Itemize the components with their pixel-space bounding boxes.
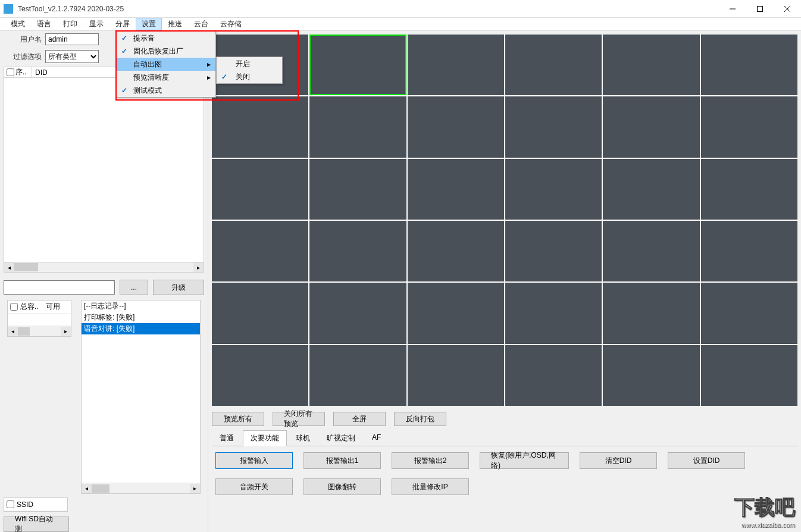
audio-switch-button[interactable]: 音频开关 <box>215 478 293 495</box>
menu-cloud[interactable]: 云存储 <box>214 18 248 30</box>
video-cell[interactable] <box>408 96 504 157</box>
video-cell[interactable] <box>603 283 699 343</box>
video-cell[interactable] <box>309 159 406 220</box>
video-cell[interactable] <box>701 345 797 406</box>
log-line-selected[interactable]: 语音对讲: [失败] <box>82 323 200 334</box>
minimize-button[interactable] <box>719 0 746 18</box>
close-button[interactable] <box>774 0 801 18</box>
dropdown-label: 提示音 <box>133 33 155 43</box>
video-cell[interactable] <box>309 345 406 406</box>
file-path-input[interactable] <box>4 280 115 295</box>
video-cell[interactable] <box>408 283 504 343</box>
menu-split[interactable]: 分屏 <box>109 18 136 30</box>
video-cell[interactable] <box>212 96 308 157</box>
clear-did-button[interactable]: 清空DID <box>580 452 657 469</box>
device-list[interactable] <box>4 78 204 262</box>
upgrade-button[interactable]: 升级 <box>153 280 204 295</box>
alarm-out1-button[interactable]: 报警输出1 <box>303 452 381 469</box>
right-panel: 预览所有 关闭所有预览 全屏 反向打包 普通 次要功能 球机 旷视定制 AF 报… <box>208 31 801 532</box>
video-cell[interactable] <box>309 283 406 343</box>
wifi-sd-button[interactable]: Wifi SD自动测 <box>4 517 69 532</box>
video-cell[interactable] <box>603 35 699 95</box>
tab-megvii[interactable]: 旷视定制 <box>319 430 363 446</box>
username-input[interactable] <box>45 33 99 45</box>
scroll-right-icon[interactable]: ▸ <box>61 327 71 336</box>
submenu-on[interactable]: 开启 <box>217 57 282 70</box>
tab-general[interactable]: 普通 <box>212 430 242 446</box>
maximize-button[interactable] <box>746 0 774 18</box>
video-cell[interactable] <box>603 345 699 406</box>
video-cell[interactable] <box>505 283 602 343</box>
video-cell[interactable] <box>212 221 308 281</box>
fullscreen-button[interactable]: 全屏 <box>333 412 386 426</box>
capacity-checkbox[interactable] <box>10 303 18 311</box>
video-cell[interactable] <box>701 159 797 220</box>
alarm-out2-button[interactable]: 报警输出2 <box>392 452 469 469</box>
video-cell[interactable] <box>505 159 602 220</box>
select-all-checkbox[interactable] <box>7 68 14 76</box>
close-all-preview-button[interactable]: 关闭所有预览 <box>273 412 325 426</box>
preview-all-button[interactable]: 预览所有 <box>212 412 264 426</box>
video-cell[interactable] <box>603 96 699 157</box>
list-scrollbar[interactable]: ◂ ▸ <box>4 262 204 273</box>
video-cell-active[interactable] <box>309 35 406 95</box>
scroll-thumb[interactable] <box>18 327 30 336</box>
dropdown-label: 固化后恢复出厂 <box>133 46 183 57</box>
dropdown-autodraw[interactable]: 自动出图 ▸ <box>117 58 215 71</box>
video-cell[interactable] <box>408 159 504 220</box>
menu-ptz[interactable]: 云台 <box>188 18 214 30</box>
browse-button[interactable]: ... <box>120 280 148 295</box>
video-cell[interactable] <box>603 221 699 281</box>
scroll-left-icon[interactable]: ◂ <box>82 484 92 493</box>
video-cell[interactable] <box>701 221 797 281</box>
alarm-in-button[interactable]: 报警输入 <box>215 452 293 469</box>
video-cell[interactable] <box>701 35 797 95</box>
scroll-thumb[interactable] <box>92 484 109 493</box>
batch-ip-button[interactable]: 批量修改IP <box>392 478 469 495</box>
scroll-thumb[interactable] <box>14 263 38 271</box>
ssid-checkbox[interactable] <box>7 500 14 508</box>
video-cell[interactable] <box>505 221 602 281</box>
menu-display[interactable]: 显示 <box>83 18 109 30</box>
set-did-button[interactable]: 设置DID <box>668 452 745 469</box>
video-cell[interactable] <box>701 283 797 343</box>
image-flip-button[interactable]: 图像翻转 <box>303 478 381 495</box>
video-cell[interactable] <box>309 96 406 157</box>
scroll-left-icon[interactable]: ◂ <box>4 262 14 272</box>
video-cell[interactable] <box>408 221 504 281</box>
scroll-right-icon[interactable]: ▸ <box>190 484 200 493</box>
tab-dome[interactable]: 球机 <box>288 430 318 446</box>
video-cell[interactable] <box>505 345 602 406</box>
dropdown-factory[interactable]: ✓ 固化后恢复出厂 <box>117 45 215 58</box>
video-cell[interactable] <box>212 159 308 220</box>
dropdown-preview-res[interactable]: 预览清晰度 ▸ <box>117 71 215 84</box>
capacity-total-label: 总容.. <box>20 302 39 312</box>
video-cell[interactable] <box>212 283 308 343</box>
video-cell[interactable] <box>505 96 602 157</box>
video-cell[interactable] <box>408 35 504 95</box>
menu-print[interactable]: 打印 <box>57 18 83 30</box>
tab-af[interactable]: AF <box>364 430 389 446</box>
video-cell[interactable] <box>603 159 699 220</box>
submenu-off[interactable]: ✓ 关闭 <box>217 70 282 83</box>
dropdown-testmode[interactable]: ✓ 测试模式 <box>117 84 215 97</box>
filter-select[interactable]: 所有类型 <box>45 50 99 63</box>
video-cell[interactable] <box>408 345 504 406</box>
scroll-right-icon[interactable]: ▸ <box>193 262 204 272</box>
dropdown-sound[interactable]: ✓ 提示音 <box>117 32 215 45</box>
menubar: 模式 语言 打印 显示 分屏 设置 推送 云台 云存储 <box>0 18 801 31</box>
scroll-left-icon[interactable]: ◂ <box>8 327 18 336</box>
video-cell[interactable] <box>701 96 797 157</box>
menu-push[interactable]: 推送 <box>162 18 188 30</box>
restore-button[interactable]: 恢复(除用户,OSD,网络) <box>480 452 569 469</box>
menu-settings[interactable]: 设置 <box>136 18 162 30</box>
tab-secondary[interactable]: 次要功能 <box>243 430 287 446</box>
reverse-pack-button[interactable]: 反向打包 <box>394 412 446 426</box>
check-icon: ✓ <box>121 34 127 42</box>
menu-mode[interactable]: 模式 <box>5 18 31 30</box>
video-cell[interactable] <box>212 345 308 406</box>
menu-language[interactable]: 语言 <box>31 18 57 30</box>
video-cell[interactable] <box>309 221 406 281</box>
ssid-panel: SSID <box>4 497 68 512</box>
video-cell[interactable] <box>505 35 602 95</box>
